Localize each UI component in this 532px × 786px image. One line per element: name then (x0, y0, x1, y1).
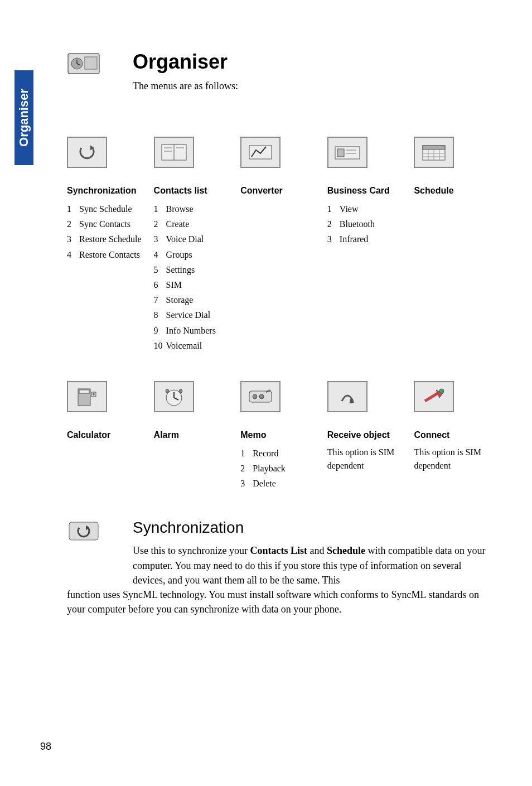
menu-heading: Schedule (414, 186, 491, 196)
list-item: 1View (327, 201, 404, 216)
list-item: 7Storage (154, 292, 231, 307)
svg-point-29 (259, 394, 264, 399)
menu-note: This option is SIM dependent (327, 446, 404, 472)
list-item: 4Restore Contacts (67, 247, 144, 262)
alarm-icon (154, 381, 194, 412)
menu-receive-object: Receive object This option is SIM depend… (327, 381, 404, 491)
converter-icon (240, 137, 280, 168)
menu-heading: Converter (240, 186, 317, 196)
synchronization-section: Synchronization Use this to synchronize … (67, 519, 491, 616)
intro-text: The menus are as follows: (133, 80, 491, 92)
menu-note: This option is SIM dependent (414, 446, 491, 472)
svg-rect-10 (337, 149, 344, 157)
menu-heading: Contacts list (154, 186, 231, 196)
menu-schedule: Schedule (414, 137, 491, 353)
list-item: 2Bluetooth (327, 216, 404, 232)
svg-rect-2 (85, 57, 97, 69)
svg-rect-8 (249, 146, 272, 159)
synchronization-section-icon (67, 519, 117, 558)
menu-heading: Business Card (327, 186, 404, 196)
menu-list: 1View 2Bluetooth 3Infrared (327, 201, 404, 247)
svg-point-28 (253, 394, 257, 399)
section-heading: Synchronization (133, 519, 491, 537)
list-item: 3Infrared (327, 232, 404, 247)
menu-list: 1Browse 2Create 3Voice Dial 4Groups 5Set… (154, 201, 231, 353)
menu-converter: Converter (240, 137, 317, 353)
menu-row-1: Synchronization 1Sync Schedule 2Sync Con… (67, 137, 491, 353)
list-item: 4Groups (154, 247, 231, 262)
menu-connect: Connect This option is SIM dependent (414, 381, 491, 491)
list-item: 1Record (240, 446, 317, 461)
svg-text:+: + (93, 392, 95, 397)
menu-heading: Memo (240, 430, 317, 440)
svg-point-25 (166, 389, 169, 393)
list-item: 2Playback (240, 461, 317, 476)
side-tab: Organiser (14, 70, 33, 165)
menu-contacts-list: Contacts list 1Browse 2Create 3Voice Dia… (154, 137, 231, 353)
organiser-icon (67, 50, 117, 89)
menu-calculator: + Calculator (67, 381, 144, 491)
page-title: Organiser (133, 50, 491, 74)
menu-list: 1Record 2Playback 3Delete (240, 446, 317, 491)
synchronization-icon (67, 137, 107, 168)
page-header: Organiser The menus are as follows: (67, 50, 491, 109)
list-item: 10Voicemail (154, 338, 231, 353)
section-body-continued: function uses SyncML technology. You mus… (67, 587, 491, 616)
svg-point-26 (179, 389, 182, 393)
list-item: 8Service Dial (154, 307, 231, 322)
menu-synchronization: Synchronization 1Sync Schedule 2Sync Con… (67, 137, 144, 353)
menu-heading: Calculator (67, 430, 144, 440)
menu-list: 1Sync Schedule 2Sync Contacts 3Restore S… (67, 201, 144, 262)
list-item: 3Voice Dial (154, 232, 231, 247)
schedule-icon (414, 137, 454, 168)
menu-heading: Receive object (327, 430, 404, 440)
section-body-top: Use this to synchronize your Contacts Li… (133, 543, 491, 587)
menu-memo: Memo 1Record 2Playback 3Delete (240, 381, 317, 491)
svg-point-31 (439, 389, 444, 393)
calculator-icon: + (67, 381, 107, 412)
connect-icon (414, 381, 454, 412)
page-number: 98 (40, 741, 51, 753)
list-item: 9Info Numbers (154, 323, 231, 338)
list-item: 2Sync Contacts (67, 216, 144, 232)
svg-rect-14 (423, 146, 445, 150)
menu-business-card: Business Card 1View 2Bluetooth 3Infrared (327, 137, 404, 353)
page-content: Organiser The menus are as follows: Sync… (67, 50, 491, 616)
receive-object-icon (327, 381, 367, 412)
list-item: 1Sync Schedule (67, 201, 144, 216)
side-tab-label: Organiser (17, 89, 31, 147)
business-card-icon (327, 137, 367, 168)
menu-heading: Alarm (154, 430, 231, 440)
memo-icon (240, 381, 280, 412)
list-item: 5Settings (154, 262, 231, 277)
menu-alarm: Alarm (154, 381, 231, 491)
menu-row-2: + Calculator Alarm Memo 1Record 2Playbac… (67, 381, 491, 491)
svg-rect-21 (79, 390, 89, 393)
list-item: 1Browse (154, 201, 231, 216)
list-item: 2Create (154, 216, 231, 232)
list-item: 3Restore Schedule (67, 232, 144, 247)
list-item: 6SIM (154, 277, 231, 292)
contacts-list-icon (154, 137, 194, 168)
list-item: 3Delete (240, 476, 317, 491)
menu-heading: Synchronization (67, 186, 144, 196)
menu-heading: Connect (414, 430, 491, 440)
